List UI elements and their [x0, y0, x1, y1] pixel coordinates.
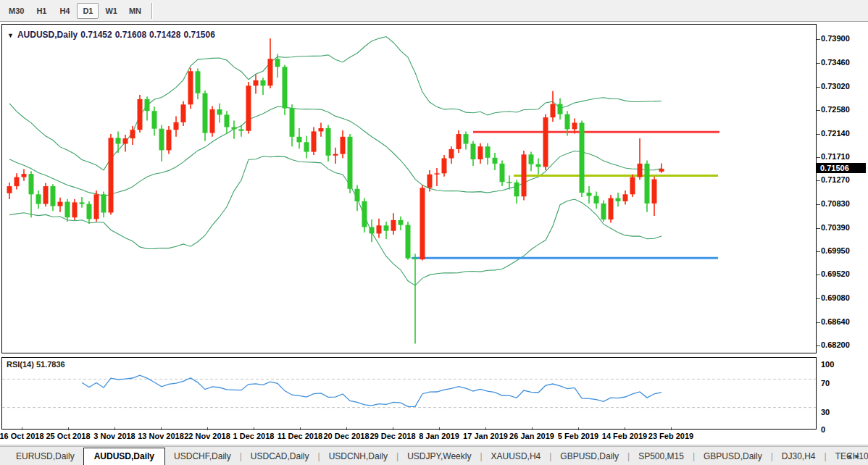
price-tick-label: 0.73460: [821, 58, 850, 67]
tab-scroll-controls: ◂▸: [847, 451, 864, 461]
symbol-tabbar: EURUSD,DailyAUDUSD,DailyUSDCHF,Daily|USD…: [0, 446, 868, 465]
price-tick-mark: [817, 87, 820, 88]
divider-line: [0, 445, 868, 445]
date-tick-label: 8 Jan 2019: [419, 432, 459, 440]
date-tick-mark: [439, 427, 440, 430]
tab-dj30-h4[interactable]: DJ30,H4: [773, 448, 825, 465]
price-tick-mark: [817, 275, 820, 275]
price-tick-label: 0.70830: [821, 199, 850, 208]
rsi-tick-label: 70: [821, 379, 830, 388]
date-tick-label: 23 Feb 2019: [648, 432, 693, 440]
tab-usdcnh-daily[interactable]: USDCNH,Daily: [320, 448, 396, 465]
tab-usdjpy-weekly[interactable]: USDJPY,Weekly: [398, 448, 480, 465]
chart-symbol-dropdown-icon[interactable]: ▼: [7, 32, 14, 39]
price-tick-label: 0.72580: [821, 105, 850, 114]
timeframe-button-h4[interactable]: H4: [54, 3, 75, 19]
price-tick-mark: [817, 110, 820, 111]
date-tick-label: 17 Jan 2019: [463, 432, 508, 440]
price-tick-label: 0.68640: [821, 317, 850, 326]
candlestick-chart-canvas[interactable]: [2, 25, 816, 353]
date-tick-mark: [207, 427, 208, 430]
price-tick-label: 0.68200: [821, 340, 850, 349]
price-tick-label: 0.69520: [821, 269, 850, 278]
rsi-tick-label: 30: [821, 408, 830, 416]
date-tick-label: 26 Jan 2019: [509, 432, 554, 440]
tab-sp500-m15[interactable]: SP500,M15: [630, 448, 693, 465]
date-tick-label: 1 Dec 2018: [233, 432, 275, 440]
rsi-indicator-label: RSI(14) 51.7836: [7, 360, 65, 369]
date-tick-mark: [114, 427, 115, 430]
date-tick-mark: [532, 427, 533, 430]
price-tick-label: 0.71270: [821, 175, 850, 184]
price-tick-mark: [817, 298, 820, 299]
timeframe-button-h1[interactable]: H1: [30, 3, 52, 19]
timeframe-button-mn[interactable]: MN: [124, 3, 146, 19]
tab-usdcad-daily[interactable]: USDCAD,Daily: [242, 448, 318, 465]
candles: [7, 38, 664, 344]
price-tick-label: 0.71710: [821, 152, 850, 161]
date-tick-mark: [671, 427, 672, 430]
date-tick-mark: [346, 427, 347, 430]
timeframe-button-w1[interactable]: W1: [100, 3, 122, 19]
price-tick-mark: [817, 134, 820, 135]
timeframe-toolbar: M30H1H4D1W1MN: [0, 0, 868, 22]
date-tick-label: 14 Feb 2019: [602, 432, 647, 440]
tab-gbpusd-daily[interactable]: GBPUSD,Daily: [551, 448, 627, 465]
date-tick-mark: [625, 427, 625, 430]
rsi-tick-label: 0: [821, 425, 825, 434]
price-tick-mark: [817, 228, 820, 229]
date-tick-mark: [578, 427, 579, 430]
date-tick-label: 3 Nov 2018: [93, 432, 135, 440]
chart-window: ▼AUDUSD,Daily0.714520.716080.714280.7150…: [0, 22, 868, 448]
ohlc-close: 0.71506: [183, 30, 214, 40]
date-tick-mark: [22, 427, 22, 430]
tab-usdchf-daily[interactable]: USDCHF,Daily: [165, 448, 240, 465]
date-tick-label: 11 Dec 2018: [277, 432, 322, 440]
ohlc-low: 0.71428: [149, 30, 180, 40]
price-tick-label: 0.73900: [821, 34, 850, 43]
price-tick-mark: [817, 345, 820, 346]
main-chart-pane[interactable]: ▼AUDUSD,Daily0.714520.716080.714280.7150…: [1, 24, 817, 353]
price-tick-mark: [817, 157, 820, 158]
date-tick-label: 22 Nov 2018: [184, 432, 230, 440]
date-tick-mark: [300, 427, 301, 430]
date-tick-label: 16 Oct 2018: [0, 432, 44, 440]
tab-eurusd-daily[interactable]: EURUSD,Daily: [7, 448, 83, 465]
chart-symbol-label: AUDUSD,Daily: [17, 30, 78, 40]
price-tick-mark: [817, 251, 820, 252]
price-tick-label: 0.70390: [821, 223, 850, 232]
price-tick-label: 0.72140: [821, 129, 850, 138]
date-tick-label: 5 Feb 2019: [558, 432, 598, 440]
date-tick-mark: [254, 427, 254, 430]
date-tick-mark: [161, 427, 162, 430]
price-tick-label: 0.69950: [821, 246, 850, 255]
date-tick-mark: [485, 427, 486, 430]
date-tick-label: 29 Dec 2018: [370, 432, 416, 440]
price-tick-mark: [817, 322, 820, 323]
price-tick-mark: [817, 180, 820, 181]
rsi-indicator-pane[interactable]: RSI(14) 51.7836: [1, 357, 817, 430]
date-tick-label: 25 Oct 2018: [46, 432, 90, 440]
rsi-chart-canvas[interactable]: [2, 358, 816, 429]
price-tick-mark: [817, 39, 820, 40]
chart-title: ▼AUDUSD,Daily0.714520.716080.714280.7150…: [7, 30, 218, 40]
date-tick-mark: [393, 427, 393, 430]
timeframe-button-m30[interactable]: M30: [4, 3, 29, 19]
price-tick-mark: [817, 204, 820, 205]
price-tick-mark: [817, 63, 820, 64]
price-tick-label: 0.69080: [821, 293, 850, 302]
ohlc-high: 0.71608: [115, 30, 146, 40]
date-tick-label: 13 Nov 2018: [138, 432, 184, 440]
tab-audusd-daily[interactable]: AUDUSD,Daily: [83, 448, 165, 465]
price-tick-label: 0.73020: [821, 82, 850, 91]
toolbar-separator: [151, 3, 152, 19]
date-tick-mark: [68, 427, 69, 430]
rsi-tick-label: 100: [821, 360, 834, 369]
tab-scroll-left-icon[interactable]: ◂: [847, 451, 856, 460]
current-price-badge: 0.71506: [817, 163, 866, 173]
tab-gbpusd-daily[interactable]: GBPUSD,Daily: [695, 448, 771, 465]
date-tick-label: 20 Dec 2018: [324, 432, 370, 440]
tab-scroll-right-icon[interactable]: ▸: [855, 451, 864, 460]
timeframe-button-d1[interactable]: D1: [77, 3, 99, 19]
tab-xauusd-h4[interactable]: XAUUSD,H4: [483, 448, 550, 465]
